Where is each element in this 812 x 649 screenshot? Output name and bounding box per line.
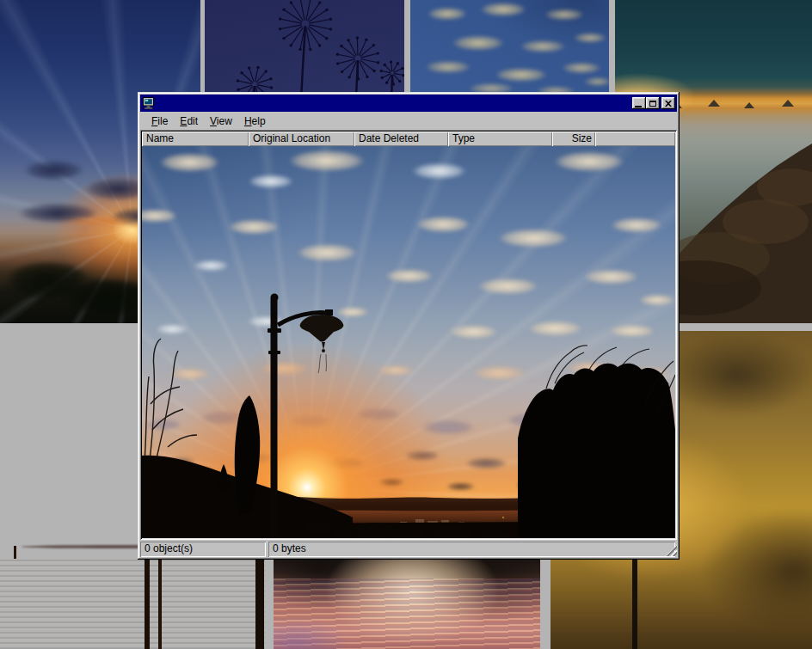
recycle-bin-window: File Edit View Help Name Original Locati…	[138, 92, 680, 560]
close-button[interactable]	[661, 97, 675, 109]
cloud-blob	[417, 58, 479, 76]
desktop: File Edit View Help Name Original Locati…	[0, 0, 812, 649]
menu-view[interactable]: View	[205, 113, 237, 129]
computer-icon[interactable]	[142, 96, 156, 110]
minimize-icon	[635, 106, 642, 107]
menu-help[interactable]: Help	[239, 113, 271, 129]
water-ripples	[0, 560, 265, 649]
lamp-shade	[300, 315, 344, 342]
cloud-blob	[555, 60, 608, 76]
cloud-blob	[568, 31, 609, 45]
status-object-count: 0 object(s)	[140, 542, 266, 557]
menu-edit[interactable]: Edit	[175, 113, 203, 129]
status-byte-count: 0 bytes	[268, 542, 675, 557]
column-headers: Name Original Location Date Deleted Type…	[142, 132, 675, 146]
column-header-original-location[interactable]: Original Location	[249, 132, 354, 146]
close-icon	[665, 101, 672, 107]
cloud-blob	[538, 7, 591, 22]
column-header-type[interactable]: Type	[448, 132, 552, 146]
menu-bar: File Edit View Help	[140, 112, 677, 130]
cloud-blob	[421, 5, 474, 22]
menu-file[interactable]: File	[146, 113, 173, 129]
listview-background-photo	[142, 146, 675, 538]
cloud-blob	[472, 0, 534, 19]
cloud-blob	[443, 33, 514, 53]
column-header-size[interactable]: Size	[552, 132, 595, 146]
minimize-button[interactable]	[632, 97, 646, 109]
maximize-button[interactable]	[646, 97, 660, 109]
cloud-blob	[486, 65, 557, 84]
window-titlebar[interactable]	[140, 95, 677, 112]
water-stick	[14, 546, 16, 559]
lamp-post-silhouette	[632, 560, 637, 649]
file-list-view[interactable]: Name Original Location Date Deleted Type…	[140, 130, 677, 540]
column-header-filler[interactable]	[595, 132, 675, 146]
column-header-name[interactable]: Name	[142, 132, 249, 146]
cloud-blob	[512, 38, 574, 55]
status-bar: 0 object(s) 0 bytes	[140, 542, 677, 557]
foreground-silhouettes	[142, 146, 675, 538]
window-controls	[632, 97, 675, 109]
water-pole	[158, 549, 162, 649]
water-pole	[145, 544, 150, 649]
water-pole	[255, 560, 264, 649]
maximize-icon	[649, 101, 656, 107]
reflection-ripples	[274, 579, 540, 649]
cloud-blob	[579, 76, 609, 88]
column-header-date-deleted[interactable]: Date Deleted	[354, 132, 448, 146]
